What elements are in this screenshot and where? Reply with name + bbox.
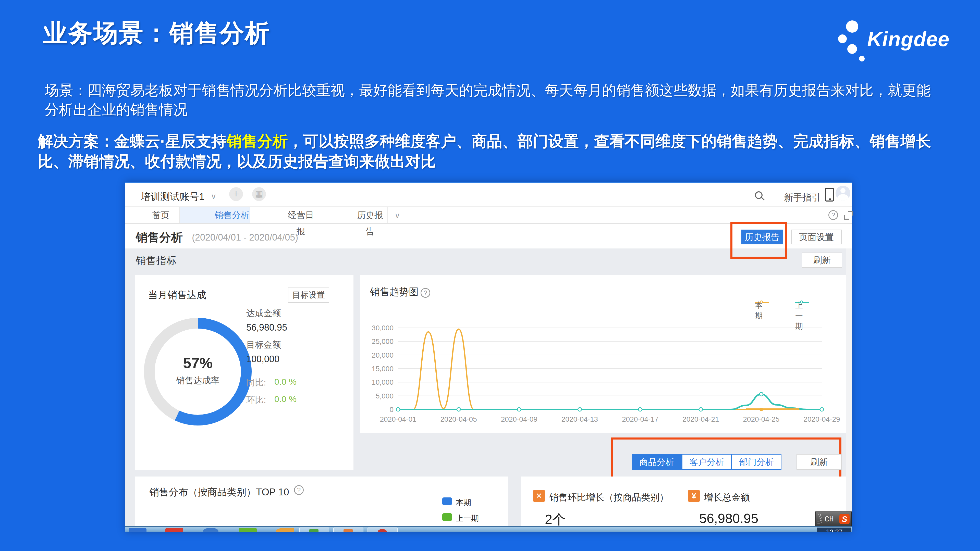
account-name[interactable]: 培训测试账号1 <box>141 190 204 203</box>
svg-text:0: 0 <box>390 406 393 413</box>
kingdee-logo-dots-icon <box>838 18 871 64</box>
page-settings-button[interactable]: 页面设置 <box>791 230 842 245</box>
trend-line-chart: 30,00025,00020,00015,00010,0005,00002020… <box>363 318 842 427</box>
solution-paragraph: 解决方案：金蝶云·星辰支持销售分析，可以按照多种维度客户、商品、部门设置，查看不… <box>38 131 954 171</box>
tab-history-report-label: 历史报告 <box>353 207 388 240</box>
svg-text:2020-04-17: 2020-04-17 <box>622 415 659 423</box>
tab-daily-report[interactable]: 经营日报 <box>250 207 318 223</box>
growth-count-value: 2个 <box>545 511 566 529</box>
scenario-paragraph: 场景：四海贸易老板对于销售情况分析比较重视，最好能看到每天的完成情况、每天每月的… <box>45 81 938 119</box>
kingdee-logo-text: Kingdee <box>867 27 950 51</box>
mom-label: 环比: <box>246 394 266 406</box>
mobile-phone-icon[interactable] <box>825 188 834 202</box>
help-icon[interactable]: ? <box>829 210 838 220</box>
apps-grid-icon[interactable]: ▦ <box>252 187 266 201</box>
taskbar-clock[interactable]: 12:27 <box>817 527 851 532</box>
legend-current-swatch <box>442 497 452 505</box>
growth-amount-label: 增长总金额 <box>704 491 750 504</box>
taskbar-icon[interactable] <box>203 528 218 532</box>
monthly-target-card: 当月销售达成 目标设置 57% 销售达成率 达成金额 56,980.95 目标金… <box>135 275 353 470</box>
close-tab-icon[interactable]: × <box>221 207 226 223</box>
svg-text:2020-04-09: 2020-04-09 <box>501 415 538 423</box>
target-amount-value: 100,000 <box>246 354 280 365</box>
svg-text:10,000: 10,000 <box>372 378 393 386</box>
distribution-help-icon[interactable]: ? <box>294 485 304 495</box>
search-icon[interactable] <box>755 191 762 199</box>
tab-sales-analysis-label: 销售分析 <box>215 207 249 223</box>
language-bar[interactable]: CH S <box>815 511 852 526</box>
section-title: 销售指标 <box>136 254 177 268</box>
scrollbar[interactable] <box>846 248 852 526</box>
svg-text:2020-04-21: 2020-04-21 <box>682 415 719 423</box>
svg-text:2020-04-29: 2020-04-29 <box>803 415 840 423</box>
svg-text:2020-04-25: 2020-04-25 <box>743 415 780 423</box>
solution-highlight: 销售分析 <box>227 133 288 150</box>
date-range: (2020/04/01 - 2020/04/05) <box>192 232 298 243</box>
target-card-title: 当月销售达成 <box>148 289 206 302</box>
target-amount-label: 目标金额 <box>246 339 281 351</box>
taskbar-icon[interactable] <box>368 527 398 532</box>
tab-home[interactable]: ⌂首页 <box>125 207 180 223</box>
yoy-value: 0.0 % <box>274 377 297 387</box>
svg-text:20,000: 20,000 <box>372 351 393 359</box>
sogou-ime-icon[interactable]: S <box>839 514 850 524</box>
app-screenshot: 培训测试账号1 ∨ + ▦ 新手指引 ⌂首页 销售分析× 经营日报 历史报告 ∨… <box>125 182 852 532</box>
highlight-box-history-report <box>730 222 787 259</box>
beginner-guide-link[interactable]: 新手指引 <box>784 191 821 204</box>
report-title: 销售分析 <box>136 230 183 245</box>
refresh-button-top[interactable]: 刷新 <box>802 252 842 268</box>
legend-previous-swatch <box>442 513 452 521</box>
taskbar-icon[interactable] <box>276 528 294 532</box>
svg-text:30,000: 30,000 <box>372 324 393 332</box>
svg-text:5,000: 5,000 <box>375 392 393 400</box>
growth-amount-value: 56,980.95 <box>699 511 758 526</box>
achievement-percent: 57% <box>139 354 256 372</box>
trend-help-icon[interactable]: ? <box>421 288 430 298</box>
avatar[interactable] <box>835 186 850 200</box>
growth-card: ✕ 销售环比增长（按商品类别） 2个 ¥ 增长总金额 56,980.95 <box>520 476 846 527</box>
fullscreen-icon[interactable] <box>844 211 853 220</box>
achieved-amount-value: 56,980.95 <box>246 322 287 333</box>
taskbar-icon[interactable] <box>239 528 257 532</box>
add-icon[interactable]: + <box>229 187 243 201</box>
donut-chart <box>139 313 256 430</box>
svg-text:2020-04-05: 2020-04-05 <box>441 415 477 423</box>
account-chevron-down-icon[interactable]: ∨ <box>211 192 216 201</box>
taskbar-icon[interactable] <box>333 527 363 532</box>
tab-sales-analysis[interactable]: 销售分析× <box>180 207 250 223</box>
svg-text:25,000: 25,000 <box>372 338 393 345</box>
achievement-percent-label: 销售达成率 <box>139 375 256 386</box>
solution-prefix: 解决方案：金蝶云·星辰支持 <box>38 133 227 150</box>
trend-card-title: 销售趋势图 <box>370 286 418 299</box>
taskbar-icon[interactable] <box>165 528 183 532</box>
tab-home-label: 首页 <box>152 207 169 223</box>
distribution-legend-current: 本期 <box>456 497 471 508</box>
achieved-amount-label: 达成金额 <box>246 307 281 319</box>
taskbar-icon[interactable] <box>129 528 146 532</box>
growth-count-icon: ✕ <box>533 490 545 502</box>
svg-text:15,000: 15,000 <box>372 365 393 373</box>
page-title: 业务场景：销售分析 <box>43 17 270 50</box>
language-bar-grip-icon[interactable] <box>818 514 821 524</box>
slide: { "slide": { "title": "业务场景：销售分析", "logo… <box>0 0 980 551</box>
distribution-legend-previous: 上一期 <box>456 513 479 524</box>
department-analysis-button[interactable]: 部门分析 <box>732 454 781 470</box>
distribution-card-title: 销售分布（按商品类别）TOP 10 <box>149 486 289 499</box>
growth-count-label: 销售环比增长（按商品类别） <box>549 491 669 504</box>
windows-taskbar[interactable]: 12:27 <box>125 526 852 532</box>
svg-text:2020-04-01: 2020-04-01 <box>380 415 416 423</box>
tabs-dropdown-chevron-icon[interactable]: ∨ <box>388 207 407 223</box>
language-indicator[interactable]: CH <box>824 515 834 524</box>
tab-history-report[interactable]: 历史报告 <box>318 207 388 223</box>
tab-bar: ⌂首页 销售分析× 经营日报 历史报告 ∨ ? <box>125 206 852 224</box>
app-top-accent-line <box>125 182 852 183</box>
growth-amount-icon: ¥ <box>688 490 700 502</box>
target-settings-button[interactable]: 目标设置 <box>288 287 329 303</box>
yoy-label: 同比: <box>246 377 266 389</box>
refresh-button-bottom[interactable]: 刷新 <box>797 454 842 470</box>
sales-trend-card: 销售趋势图 ? 本期 上一期 30,00025,00020,00015,0001… <box>360 275 846 433</box>
product-analysis-button[interactable]: 商品分析 <box>632 454 682 470</box>
svg-text:2020-04-13: 2020-04-13 <box>562 415 598 423</box>
taskbar-icon[interactable] <box>299 527 329 532</box>
customer-analysis-button[interactable]: 客户分析 <box>682 454 732 470</box>
